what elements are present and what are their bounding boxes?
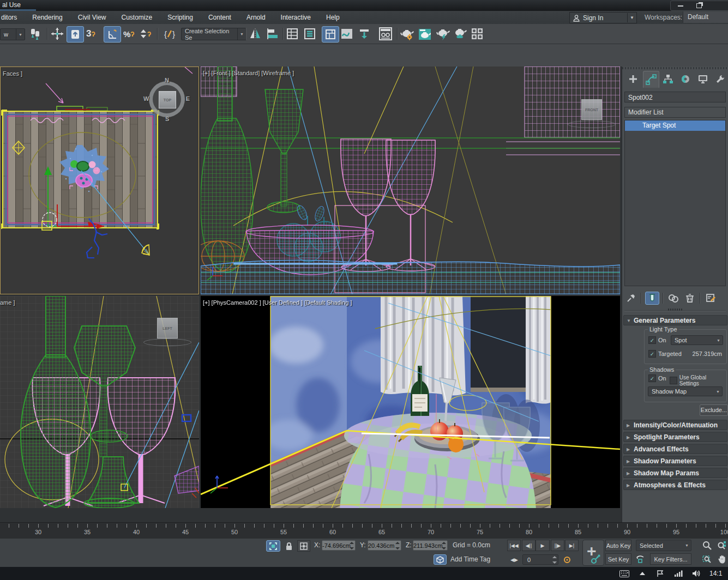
modifier-list-dropdown[interactable]: Modifier List xyxy=(624,107,726,118)
tab-utilities[interactable] xyxy=(713,71,728,87)
rollout-shadow-parameters[interactable]: ▶Shadow Parameters xyxy=(623,456,727,466)
taskbar-clock[interactable]: 14:1 xyxy=(709,570,728,577)
percent-snap-button[interactable]: %ʔ xyxy=(123,27,135,41)
mirror-button[interactable] xyxy=(249,27,262,41)
select-and-move-button[interactable] xyxy=(50,27,64,41)
exclude-button[interactable]: Exclude... xyxy=(700,404,728,416)
workspace-selector[interactable]: Default xyxy=(683,11,728,23)
auto-key-button[interactable]: Auto Key xyxy=(605,540,631,551)
timeline-track-bar[interactable]: 3035404550556065707580859095100 xyxy=(0,522,728,539)
viewport-left-label[interactable]: ame ] xyxy=(0,299,15,306)
current-frame-field[interactable]: 0 xyxy=(522,554,558,565)
rollout-general-parameters[interactable]: ▼General Parameters xyxy=(623,315,727,325)
action-center-flag-icon[interactable] xyxy=(655,569,665,578)
create-key-button[interactable]: + xyxy=(582,540,604,566)
go-to-start-button[interactable]: |◀◀ xyxy=(507,540,521,551)
selection-set-key-dropdown[interactable]: Selected▼ xyxy=(636,540,691,551)
minimize-button[interactable] xyxy=(675,2,686,9)
ribbon-toggle-button[interactable] xyxy=(322,26,339,43)
go-to-end-button[interactable]: ▶| xyxy=(565,540,579,551)
front-viewport-canvas[interactable] xyxy=(201,67,620,294)
viewport-front-label[interactable]: [+] [Front ] [Standard] [Wireframe ] xyxy=(203,70,294,76)
menu-ditors[interactable]: ditors xyxy=(0,11,25,24)
select-object-button[interactable] xyxy=(67,26,84,43)
compass-west[interactable]: W xyxy=(143,95,149,102)
menu-customize[interactable]: Customize xyxy=(114,11,160,24)
tab-modify[interactable] xyxy=(643,71,659,88)
next-frame-button[interactable]: ||▶ xyxy=(551,540,564,551)
menu-arnold[interactable]: Arnold xyxy=(239,11,273,24)
viewcube-left[interactable]: LEFT xyxy=(157,318,178,339)
restore-button[interactable] xyxy=(694,2,705,9)
pin-stack-button[interactable] xyxy=(624,292,637,304)
tab-display[interactable] xyxy=(695,71,711,87)
x-coordinate-field[interactable]: -74.696cm xyxy=(322,540,356,551)
tab-motion[interactable] xyxy=(678,71,693,87)
rollout-spotlight-parameters[interactable]: ▶Spotlight Parameters xyxy=(623,432,727,442)
viewcube-top-face[interactable]: TOP xyxy=(159,91,176,108)
angle-snap-button[interactable] xyxy=(104,26,121,43)
light-type-dropdown[interactable]: Spot▼ xyxy=(671,335,723,345)
play-button[interactable]: ▶ xyxy=(536,540,550,551)
show-end-result-button[interactable] xyxy=(645,292,659,305)
viewport-left[interactable]: ame ] LEFT xyxy=(0,296,199,508)
key-mode-toggle[interactable] xyxy=(634,553,646,565)
material-editor-button[interactable] xyxy=(378,27,393,41)
selection-filter-dropdown[interactable]: w▼ xyxy=(0,28,25,40)
layer-explorer-button[interactable] xyxy=(303,27,316,41)
spinner-snap-button[interactable]: ʔ xyxy=(140,27,151,41)
use-global-settings-checkbox[interactable]: Use Global Settings xyxy=(670,374,726,386)
compact-material-editor-button[interactable] xyxy=(470,27,484,41)
make-unique-button[interactable] xyxy=(667,292,680,304)
light-on-checkbox[interactable]: ✓On xyxy=(648,336,666,344)
camera-viewport-canvas[interactable] xyxy=(201,296,620,508)
sign-in[interactable]: Sign In ▼ xyxy=(569,12,637,23)
shadows-on-checkbox[interactable]: ✓On xyxy=(648,374,666,382)
object-name-field[interactable]: Spot002 xyxy=(624,92,726,102)
modifier-stack[interactable]: Target Spot xyxy=(624,120,726,286)
previous-frame-button[interactable]: ◀|| xyxy=(522,540,536,551)
zoom-icon[interactable] xyxy=(700,540,713,551)
key-default-inout-icon[interactable] xyxy=(562,554,573,565)
viewport-camera[interactable]: [+] [PhysCamera002 ] [User Defined ] [De… xyxy=(201,296,620,508)
rollout-shadow-map-params[interactable]: ▶Shadow Map Params xyxy=(623,468,727,478)
select-and-link-button[interactable] xyxy=(28,27,43,41)
viewport-top[interactable]: Faces ] N W E S TOP xyxy=(0,67,199,294)
targeted-checkbox[interactable]: ✓Targeted xyxy=(648,350,682,358)
panel-divider-grip[interactable] xyxy=(668,309,682,311)
menu-help[interactable]: Help xyxy=(318,11,347,24)
frame-step-arrows[interactable]: ◀▶ xyxy=(509,554,520,565)
collapsed-ribbon[interactable] xyxy=(0,44,728,67)
selection-lock-toggle[interactable] xyxy=(283,540,295,552)
edit-named-selection-sets-button[interactable]: {} xyxy=(160,27,179,41)
z-coordinate-field[interactable]: 211.943cm xyxy=(413,540,448,551)
viewport-camera-label[interactable]: [+] [PhysCamera002 ] [User Defined ] [De… xyxy=(203,299,352,306)
configure-modifier-sets-button[interactable] xyxy=(704,292,717,304)
tab-hierarchy[interactable] xyxy=(660,71,676,87)
render-production-button[interactable] xyxy=(436,27,450,41)
snap-toggle-3d-button[interactable]: 3ʔ xyxy=(86,27,95,41)
shadow-map-dropdown[interactable]: Shadow Map▼ xyxy=(648,386,723,396)
menu-content[interactable]: Content xyxy=(201,11,239,24)
panel-grip[interactable] xyxy=(622,67,728,69)
tray-expand-icon[interactable] xyxy=(637,569,647,578)
set-key-button[interactable]: Set Key xyxy=(605,553,631,565)
render-setup-button[interactable] xyxy=(400,27,414,41)
volume-icon[interactable] xyxy=(691,569,701,578)
named-selection-set-dropdown[interactable]: Create Selection Se▼ xyxy=(181,28,246,40)
stack-item-target-spot[interactable]: Target Spot xyxy=(625,120,725,131)
render-in-cloud-button[interactable] xyxy=(454,27,468,41)
pan-hand-icon[interactable] xyxy=(715,553,728,565)
curve-editor-button[interactable] xyxy=(340,27,353,41)
zoom-region-icon[interactable] xyxy=(700,553,713,565)
viewcube-compass[interactable]: N W E S TOP xyxy=(146,78,188,120)
compass-north[interactable]: N xyxy=(165,77,169,83)
menu-scripting[interactable]: Scripting xyxy=(160,11,201,24)
compass-east[interactable]: E xyxy=(186,95,190,102)
schematic-view-button[interactable] xyxy=(358,27,371,41)
compass-south[interactable]: S xyxy=(165,116,169,122)
align-button[interactable] xyxy=(266,27,279,41)
timeline-ticks[interactable] xyxy=(0,524,728,528)
viewport-front[interactable]: [+] [Front ] [Standard] [Wireframe ] FRO… xyxy=(201,67,620,294)
rollout-advanced-effects[interactable]: ▶Advanced Effects xyxy=(623,444,727,454)
